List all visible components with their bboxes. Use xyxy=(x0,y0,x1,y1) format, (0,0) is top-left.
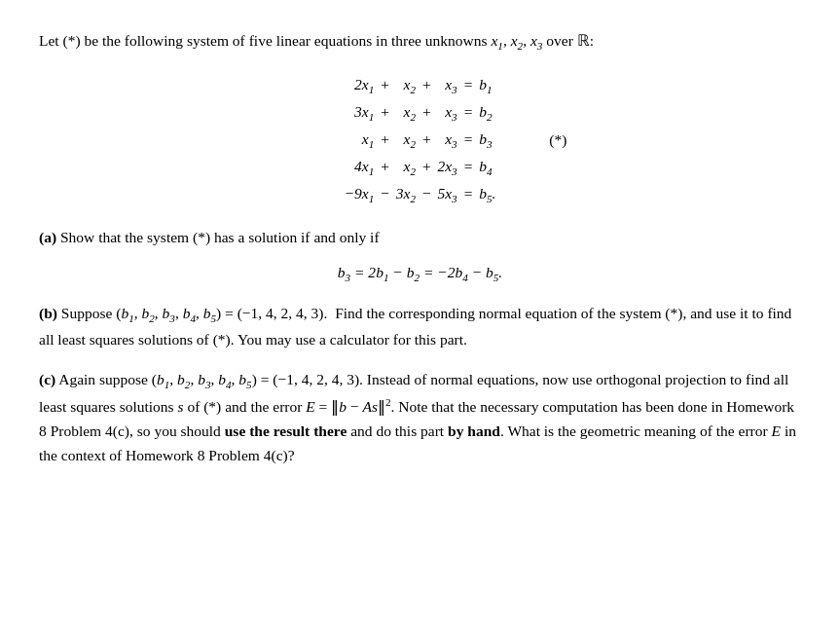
intro-paragraph: Let (*) be the following system of five … xyxy=(39,29,801,55)
part-b-text: (b) Suppose (b1, b2, b3, b4, b5) = (−1, … xyxy=(39,302,801,352)
part-a-section: (a) Show that the system (*) has a solut… xyxy=(39,226,801,287)
part-a-label: (a) xyxy=(39,229,56,245)
equation-system-wrapper: 2x1 + x2 + x3 = b1 3x1 + x2 + x3 = xyxy=(39,72,801,207)
page-content: Let (*) be the following system of five … xyxy=(39,29,801,467)
part-c-label: (c) xyxy=(39,371,55,387)
part-a-formula: b3 = 2b1 − b2 = −2b4 − b5. xyxy=(39,261,801,286)
part-c-section: (c) Again suppose (b1, b2, b3, b4, b5) =… xyxy=(39,368,801,467)
system-label: (*) xyxy=(549,128,566,151)
equation-row-4: 4x1 + x2 + 2x3 = b4 xyxy=(342,154,499,181)
part-c-and: and xyxy=(225,398,246,415)
equation-row-3: x1 + x2 + x3 = b3 xyxy=(342,127,499,154)
equation-row-1: 2x1 + x2 + x3 = b1 xyxy=(342,72,499,99)
part-b-label: (b) xyxy=(39,305,57,321)
intro-text: Let (*) be the following system of five … xyxy=(39,32,594,49)
part-b-section: (b) Suppose (b1, b2, b3, b4, b5) = (−1, … xyxy=(39,302,801,352)
equation-row-2: 3x1 + x2 + x3 = b2 xyxy=(342,99,499,127)
part-a-text: (a) Show that the system (*) has a solut… xyxy=(39,226,801,250)
part-b-body: Suppose (b1, b2, b3, b4, b5) = (−1, 4, 2… xyxy=(39,305,791,348)
part-a-body: Show that the system (*) has a solution … xyxy=(60,229,380,245)
equation-row-5: −9x1 − 3x2 − 5x3 = b5. xyxy=(342,181,499,208)
equation-system: 2x1 + x2 + x3 = b1 3x1 + x2 + x3 = xyxy=(342,72,499,207)
part-c-text: (c) Again suppose (b1, b2, b3, b4, b5) =… xyxy=(39,368,801,467)
